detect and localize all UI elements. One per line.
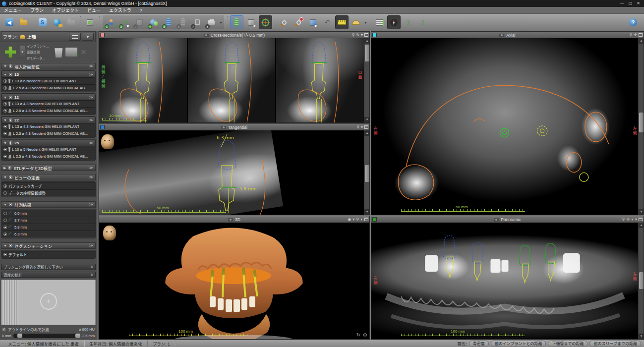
cross-slice-2[interactable] <box>188 38 276 122</box>
implant-row[interactable]: L 10 ø 5 Neodent GM HELIX IMPLANT <box>2 146 95 153</box>
report-button[interactable] <box>64 15 78 29</box>
import-export-button[interactable] <box>50 15 63 29</box>
scroll-up-icon[interactable]: ▲ <box>639 223 644 228</box>
slider-handle-left[interactable] <box>17 334 22 338</box>
site-header-25[interactable]: ▼25≫ <box>2 140 95 146</box>
data-alignment-item[interactable]: データの座標情報調整 <box>2 189 95 196</box>
eye-icon[interactable]: ◉ <box>348 216 351 223</box>
undo-button[interactable]: ↶ <box>321 15 334 29</box>
move-icon[interactable]: ✛ <box>634 32 637 38</box>
wizard-step-spheres-button[interactable]: 4 <box>147 15 161 29</box>
snapshot-icon[interactable] <box>204 34 209 37</box>
thickness-slider[interactable] <box>13 334 80 338</box>
scroll-up-icon[interactable]: ▲ <box>364 38 370 44</box>
wizard-step-patient-button[interactable]: +1 <box>104 15 117 29</box>
section-measurements[interactable]: ▼ 計測結果≫ <box>1 201 96 208</box>
zoom-tool-button[interactable] <box>278 15 291 29</box>
scroll-thumb[interactable] <box>365 165 369 182</box>
minimize-button[interactable]: — <box>620 0 624 7</box>
scroll-thumb[interactable] <box>639 113 644 132</box>
panoramic-scrollbar[interactable]: ▲ ▼ <box>638 223 644 339</box>
axial-image[interactable]: 右側 左側 50 mm <box>371 38 638 215</box>
maximize-view-icon[interactable] <box>364 218 368 221</box>
panoramic-curve-item[interactable]: パノラミックカーブ <box>2 182 95 189</box>
maximize-view-icon[interactable] <box>639 33 643 37</box>
outline-only-checkbox[interactable] <box>2 328 6 332</box>
brightness-icon[interactable]: ◐ <box>631 216 634 223</box>
menu-file[interactable]: メニュー <box>4 7 22 13</box>
abutment-row[interactable]: L 2.5 ø 4.8 Neodent GM MINI CONICAL AB..… <box>2 130 95 137</box>
warning-implant-distance[interactable]: 他のインプラントとの距離 <box>491 341 546 347</box>
site-header-15[interactable]: ▼15≫ <box>2 71 95 77</box>
site-header-12[interactable]: ▼12≫ <box>2 94 95 100</box>
add-object-button[interactable] <box>3 45 18 59</box>
warning-canal-distance[interactable]: 下顎管までの距離 <box>548 341 587 347</box>
menu-help[interactable]: ? <box>140 8 142 13</box>
add-stl-label[interactable]: STLデータ... <box>27 56 49 60</box>
wizard-step-implant-button[interactable]: 5 <box>162 15 175 29</box>
maximize-view-icon[interactable] <box>364 33 368 37</box>
section-segmentation[interactable]: ▼ セグメンテーション≫ <box>1 242 96 249</box>
align-cube-button[interactable]: ➤ <box>244 15 258 29</box>
menu-view[interactable]: ビュー <box>87 7 101 13</box>
menu-object[interactable]: オブジェクト <box>52 7 79 13</box>
wizard-step-6-button[interactable]: 6 <box>176 15 189 29</box>
scroll-up-icon[interactable]: ▲ <box>364 130 370 136</box>
gear-icon[interactable]: ⚙ <box>363 332 367 338</box>
wizard-step-sleeve-button[interactable]: 7 <box>190 15 204 29</box>
chevron-down-icon[interactable]: ▾ <box>361 32 363 38</box>
cross-slice-3[interactable] <box>276 38 364 122</box>
section-stl-data[interactable]: ▶ STLデータと3D模型≫ <box>1 165 96 171</box>
delete-object-button[interactable] <box>54 47 63 58</box>
panoramic-image[interactable]: 右側 左側 100 mm <box>371 223 638 339</box>
implant-row[interactable]: L 13 ø 4.3 Neodent GM HELIX IMPLANT <box>2 123 95 130</box>
slider-handle-right[interactable] <box>75 334 80 338</box>
cut-tool-button[interactable]: ✂ <box>402 15 415 29</box>
layers-button[interactable] <box>373 15 386 29</box>
maximize-button[interactable]: ▢ <box>629 0 633 7</box>
pin-icon[interactable]: ⚲ <box>356 216 359 223</box>
cross-slices[interactable] <box>99 38 364 122</box>
viewport-tangential[interactable]: Tangential ⚲ ▾ 6.3 mm <box>99 123 370 215</box>
axial-header[interactable]: Axial ⚲ ✛ <box>371 32 644 38</box>
contrast-icon[interactable]: ◐ <box>360 216 363 223</box>
viewport-cross-sectionals[interactable]: Cross-sectionals(+/- 0.5 mm) ⚲ ✎ ▾ <box>99 31 370 123</box>
add-object-dropdown[interactable]: ▼ <box>20 46 25 58</box>
tangential-scrollbar[interactable]: ▲ ▼ <box>364 130 369 215</box>
snapshot-icon[interactable] <box>221 126 226 129</box>
open-plan-button[interactable] <box>17 15 30 29</box>
3d-header[interactable]: 3D ◉ ▾ ⚲ ◐ <box>99 216 369 223</box>
viewport-panoramic[interactable]: Panoramic ⚲ ✛ ◐ ▾ <box>371 216 644 340</box>
cross-slice-1[interactable] <box>99 38 187 122</box>
move-icon[interactable]: ✛ <box>626 216 630 223</box>
plan-menu-button[interactable] <box>69 33 81 41</box>
pan-tool-button[interactable]: ☛ <box>306 15 320 29</box>
3d-view-button[interactable] <box>83 15 97 29</box>
measurement-item[interactable]: 6.3 mm <box>2 231 95 237</box>
section-implant-sites[interactable]: ▼ 埋入計画部位≫ <box>1 63 96 69</box>
snapshot-icon[interactable] <box>228 218 233 222</box>
cross-header[interactable]: Cross-sectionals(+/- 0.5 mm) ⚲ ✎ ▾ <box>99 32 369 38</box>
scroll-down-icon[interactable]: ▼ <box>639 334 644 339</box>
back-button[interactable]: ◀ <box>2 15 16 29</box>
pin-icon[interactable]: ⚲ <box>622 216 625 223</box>
pencil-icon[interactable]: ✎ <box>356 32 359 38</box>
implant-tool-button[interactable] <box>230 15 243 29</box>
measurement-item[interactable]: 0.0 mm <box>2 210 95 217</box>
site-header-22[interactable]: ▼22≫ <box>2 117 95 123</box>
axial-scrollbar[interactable]: ▲ ▼ <box>638 38 644 215</box>
zoom-reset-button[interactable] <box>292 15 305 29</box>
measurement-item[interactable]: 5.8 mm <box>2 224 95 231</box>
wizard-step-3-button[interactable]: 3 <box>133 15 146 29</box>
abutment-row[interactable]: L 2.5 ø 4.8 Neodent GM MINI CONICAL AB..… <box>2 153 95 160</box>
close-plan-button[interactable]: ✕ <box>80 48 87 57</box>
maximize-view-icon[interactable] <box>639 218 643 221</box>
tangential-header[interactable]: Tangential ⚲ ▾ <box>99 124 369 130</box>
menu-plan[interactable]: プラン <box>30 7 44 13</box>
viewport-3d[interactable]: 3D ◉ ▾ ⚲ ◐ <box>99 216 370 340</box>
wizard-step-segmentation-button[interactable]: ↷☛2 <box>118 15 132 29</box>
measure-dropdown-arrow[interactable]: ▼ <box>364 21 367 24</box>
cross-scrollbar[interactable]: ▲ ▼ <box>364 38 369 122</box>
warning-bone-density[interactable]: 骨密度 <box>469 341 489 347</box>
3d-render[interactable]: 100 mm ↻ ⚙ <box>99 223 369 339</box>
